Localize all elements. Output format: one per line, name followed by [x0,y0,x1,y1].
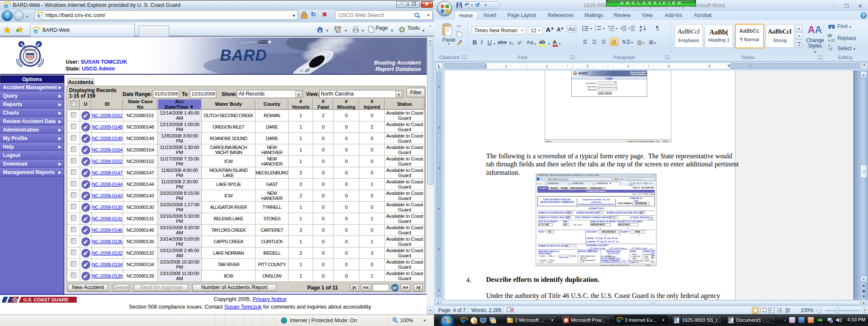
svg-text:U.S. COAST GUARD: U.S. COAST GUARD [23,297,68,302]
svg-text:6: 6 [438,288,440,292]
svg-text:3: 3 [586,64,588,68]
svg-text:7: 7 [749,64,751,68]
svg-text:5: 5 [668,64,670,68]
svg-text:2: 2 [545,64,548,68]
svg-text:Z: Z [640,28,642,32]
svg-text:W: W [729,318,732,321]
svg-text:2: 2 [595,29,596,31]
svg-text:1790: 1790 [28,62,33,64]
svg-text:3: 3 [438,166,440,170]
svg-text:4: 4 [627,64,629,68]
svg-text:1: 1 [505,64,507,68]
svg-text:2: 2 [438,125,440,129]
svg-text:6: 6 [708,64,710,68]
svg-text:W: W [675,318,678,321]
svg-text:1: 1 [595,25,596,28]
svg-text:4: 4 [438,207,440,211]
svg-text:e: e [37,12,41,19]
svg-text:5: 5 [438,247,440,252]
svg-text:1: 1 [438,84,440,89]
svg-text:STATES C: STATES C [24,49,36,51]
